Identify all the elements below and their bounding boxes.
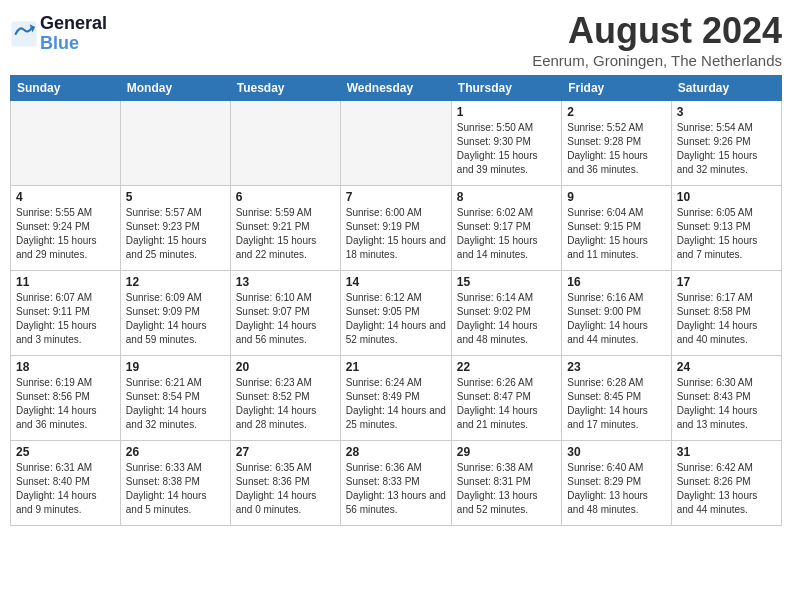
day-info: Sunrise: 6:17 AMSunset: 8:58 PMDaylight:… [677,291,776,347]
day-info: Sunrise: 6:19 AMSunset: 8:56 PMDaylight:… [16,376,115,432]
day-info: Sunrise: 6:38 AMSunset: 8:31 PMDaylight:… [457,461,556,517]
day-number: 14 [346,275,446,289]
weekday-header: Tuesday [230,76,340,101]
day-number: 24 [677,360,776,374]
day-number: 17 [677,275,776,289]
calendar-day-cell: 4Sunrise: 5:55 AMSunset: 9:24 PMDaylight… [11,186,121,271]
day-info: Sunrise: 6:35 AMSunset: 8:36 PMDaylight:… [236,461,335,517]
day-number: 11 [16,275,115,289]
calendar-day-cell: 30Sunrise: 6:40 AMSunset: 8:29 PMDayligh… [562,441,671,526]
day-info: Sunrise: 6:40 AMSunset: 8:29 PMDaylight:… [567,461,665,517]
calendar-day-cell: 7Sunrise: 6:00 AMSunset: 9:19 PMDaylight… [340,186,451,271]
logo-icon [10,20,38,48]
day-info: Sunrise: 6:14 AMSunset: 9:02 PMDaylight:… [457,291,556,347]
day-info: Sunrise: 6:09 AMSunset: 9:09 PMDaylight:… [126,291,225,347]
day-number: 16 [567,275,665,289]
calendar-day-cell [340,101,451,186]
calendar-day-cell: 12Sunrise: 6:09 AMSunset: 9:09 PMDayligh… [120,271,230,356]
calendar-day-cell: 25Sunrise: 6:31 AMSunset: 8:40 PMDayligh… [11,441,121,526]
calendar-day-cell: 14Sunrise: 6:12 AMSunset: 9:05 PMDayligh… [340,271,451,356]
calendar-header-row: SundayMondayTuesdayWednesdayThursdayFrid… [11,76,782,101]
day-number: 3 [677,105,776,119]
logo-line1: General [40,14,107,34]
day-number: 30 [567,445,665,459]
day-info: Sunrise: 6:04 AMSunset: 9:15 PMDaylight:… [567,206,665,262]
calendar-day-cell: 16Sunrise: 6:16 AMSunset: 9:00 PMDayligh… [562,271,671,356]
day-number: 7 [346,190,446,204]
day-number: 29 [457,445,556,459]
day-info: Sunrise: 5:50 AMSunset: 9:30 PMDaylight:… [457,121,556,177]
calendar-day-cell: 13Sunrise: 6:10 AMSunset: 9:07 PMDayligh… [230,271,340,356]
day-number: 13 [236,275,335,289]
day-number: 2 [567,105,665,119]
calendar-table: SundayMondayTuesdayWednesdayThursdayFrid… [10,75,782,526]
calendar-day-cell: 1Sunrise: 5:50 AMSunset: 9:30 PMDaylight… [451,101,561,186]
day-number: 25 [16,445,115,459]
day-number: 1 [457,105,556,119]
day-info: Sunrise: 6:12 AMSunset: 9:05 PMDaylight:… [346,291,446,347]
day-info: Sunrise: 6:42 AMSunset: 8:26 PMDaylight:… [677,461,776,517]
calendar-day-cell: 9Sunrise: 6:04 AMSunset: 9:15 PMDaylight… [562,186,671,271]
day-info: Sunrise: 6:07 AMSunset: 9:11 PMDaylight:… [16,291,115,347]
day-info: Sunrise: 6:16 AMSunset: 9:00 PMDaylight:… [567,291,665,347]
calendar-day-cell: 11Sunrise: 6:07 AMSunset: 9:11 PMDayligh… [11,271,121,356]
calendar-day-cell: 31Sunrise: 6:42 AMSunset: 8:26 PMDayligh… [671,441,781,526]
day-number: 4 [16,190,115,204]
day-number: 15 [457,275,556,289]
day-number: 12 [126,275,225,289]
day-info: Sunrise: 6:23 AMSunset: 8:52 PMDaylight:… [236,376,335,432]
calendar-week-row: 4Sunrise: 5:55 AMSunset: 9:24 PMDaylight… [11,186,782,271]
day-info: Sunrise: 5:55 AMSunset: 9:24 PMDaylight:… [16,206,115,262]
day-info: Sunrise: 5:52 AMSunset: 9:28 PMDaylight:… [567,121,665,177]
calendar-week-row: 1Sunrise: 5:50 AMSunset: 9:30 PMDaylight… [11,101,782,186]
day-info: Sunrise: 6:00 AMSunset: 9:19 PMDaylight:… [346,206,446,262]
day-number: 20 [236,360,335,374]
calendar-day-cell: 27Sunrise: 6:35 AMSunset: 8:36 PMDayligh… [230,441,340,526]
calendar-day-cell: 23Sunrise: 6:28 AMSunset: 8:45 PMDayligh… [562,356,671,441]
calendar-day-cell: 6Sunrise: 5:59 AMSunset: 9:21 PMDaylight… [230,186,340,271]
day-number: 22 [457,360,556,374]
day-info: Sunrise: 6:24 AMSunset: 8:49 PMDaylight:… [346,376,446,432]
day-info: Sunrise: 5:54 AMSunset: 9:26 PMDaylight:… [677,121,776,177]
calendar-week-row: 25Sunrise: 6:31 AMSunset: 8:40 PMDayligh… [11,441,782,526]
calendar-day-cell: 8Sunrise: 6:02 AMSunset: 9:17 PMDaylight… [451,186,561,271]
calendar-day-cell: 26Sunrise: 6:33 AMSunset: 8:38 PMDayligh… [120,441,230,526]
day-info: Sunrise: 5:57 AMSunset: 9:23 PMDaylight:… [126,206,225,262]
weekday-header: Thursday [451,76,561,101]
calendar-day-cell: 5Sunrise: 5:57 AMSunset: 9:23 PMDaylight… [120,186,230,271]
calendar-day-cell: 19Sunrise: 6:21 AMSunset: 8:54 PMDayligh… [120,356,230,441]
weekday-header: Sunday [11,76,121,101]
calendar-day-cell: 24Sunrise: 6:30 AMSunset: 8:43 PMDayligh… [671,356,781,441]
day-info: Sunrise: 6:26 AMSunset: 8:47 PMDaylight:… [457,376,556,432]
day-number: 21 [346,360,446,374]
day-number: 19 [126,360,225,374]
title-section: August 2024 Eenrum, Groningen, The Nethe… [532,10,782,69]
day-info: Sunrise: 6:33 AMSunset: 8:38 PMDaylight:… [126,461,225,517]
day-info: Sunrise: 6:28 AMSunset: 8:45 PMDaylight:… [567,376,665,432]
day-number: 10 [677,190,776,204]
day-info: Sunrise: 6:02 AMSunset: 9:17 PMDaylight:… [457,206,556,262]
subtitle: Eenrum, Groningen, The Netherlands [532,52,782,69]
calendar-day-cell: 21Sunrise: 6:24 AMSunset: 8:49 PMDayligh… [340,356,451,441]
day-info: Sunrise: 5:59 AMSunset: 9:21 PMDaylight:… [236,206,335,262]
calendar-day-cell: 3Sunrise: 5:54 AMSunset: 9:26 PMDaylight… [671,101,781,186]
logo-line2: Blue [40,34,107,54]
calendar-day-cell [230,101,340,186]
day-number: 18 [16,360,115,374]
calendar-day-cell: 29Sunrise: 6:38 AMSunset: 8:31 PMDayligh… [451,441,561,526]
weekday-header: Monday [120,76,230,101]
calendar-day-cell: 28Sunrise: 6:36 AMSunset: 8:33 PMDayligh… [340,441,451,526]
calendar-week-row: 18Sunrise: 6:19 AMSunset: 8:56 PMDayligh… [11,356,782,441]
day-info: Sunrise: 6:21 AMSunset: 8:54 PMDaylight:… [126,376,225,432]
logo-text: General Blue [40,14,107,54]
day-number: 31 [677,445,776,459]
calendar-day-cell: 17Sunrise: 6:17 AMSunset: 8:58 PMDayligh… [671,271,781,356]
calendar-day-cell [120,101,230,186]
weekday-header: Friday [562,76,671,101]
logo: General Blue [10,10,107,54]
calendar-day-cell [11,101,121,186]
day-info: Sunrise: 6:10 AMSunset: 9:07 PMDaylight:… [236,291,335,347]
day-number: 6 [236,190,335,204]
page-header: General Blue August 2024 Eenrum, Groning… [10,10,782,69]
main-title: August 2024 [532,10,782,52]
